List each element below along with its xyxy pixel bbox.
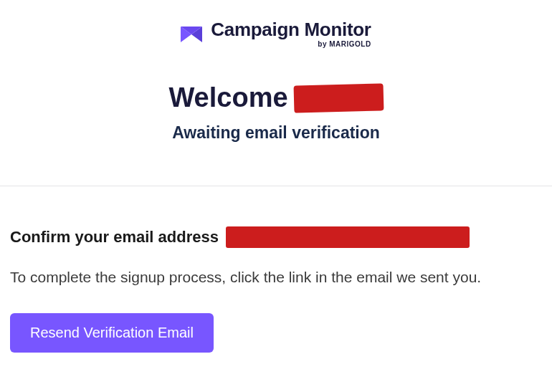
campaign-monitor-logo-icon: [181, 27, 202, 42]
resend-verification-button[interactable]: Resend Verification Email: [10, 313, 214, 353]
welcome-subtitle: Awaiting email verification: [0, 123, 552, 143]
brand-header: Campaign Monitor by MARIGOLD: [0, 0, 552, 48]
instruction-text: To complete the signup process, click th…: [10, 267, 542, 287]
welcome-block: Welcome Awaiting email verification: [0, 82, 552, 143]
brand-byline: by MARIGOLD: [211, 41, 371, 48]
content-section: Confirm your email address To complete t…: [0, 186, 552, 353]
confirm-label: Confirm your email address: [10, 228, 219, 247]
redacted-email: [226, 226, 470, 248]
welcome-title: Welcome: [168, 82, 287, 113]
brand-text: Campaign Monitor by MARIGOLD: [211, 20, 371, 48]
redacted-name: [293, 83, 384, 113]
welcome-line: Welcome: [0, 82, 552, 113]
confirm-line: Confirm your email address: [10, 226, 542, 248]
brand-name: Campaign Monitor: [211, 20, 371, 39]
